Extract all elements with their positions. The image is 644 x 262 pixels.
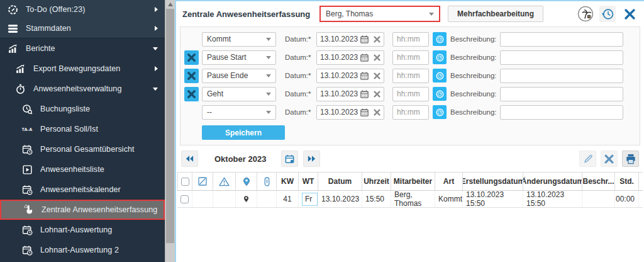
description-input[interactable]	[500, 87, 623, 101]
sidebar: To-Do (Offen:23) Stammdaten Berichte	[0, 0, 165, 262]
remove-x-icon	[187, 90, 196, 98]
save-button[interactable]: Speichern	[202, 125, 285, 140]
date-value: 13.10.2023	[320, 108, 360, 117]
time-input[interactable]	[392, 105, 429, 120]
clear-date-icon[interactable]	[374, 36, 380, 43]
sidebar-scrollbar[interactable]	[165, 0, 175, 262]
remove-row-button[interactable]	[184, 87, 199, 101]
column-header-datum[interactable]: Datum	[318, 173, 362, 190]
description-input[interactable]	[500, 105, 623, 120]
booking-type-select[interactable]: Geht	[202, 87, 276, 101]
select-all-checkbox[interactable]	[181, 178, 189, 186]
description-input[interactable]	[500, 50, 623, 65]
edit-column-icon	[197, 176, 208, 186]
date-label: Datum:*	[285, 35, 316, 43]
sidebar-item-lohnart-auswertung[interactable]: Lohnart-Auswertung	[0, 220, 165, 240]
date-input[interactable]: 13.10.2023	[316, 105, 384, 120]
date-input[interactable]: 13.10.2023	[316, 87, 384, 101]
calendar-clock-icon	[21, 224, 33, 236]
column-header-wt[interactable]: WT	[299, 173, 318, 190]
clear-date-icon[interactable]	[374, 109, 380, 116]
date-input[interactable]: 13.10.2023	[316, 69, 384, 83]
sidebar-item-stammdaten[interactable]: Stammdaten	[0, 19, 165, 38]
column-header-std[interactable]: Std.	[615, 173, 639, 190]
description-input[interactable]	[500, 69, 623, 83]
employee-select[interactable]: Berg, Thomas	[319, 6, 440, 22]
menu-bars-icon	[6, 23, 19, 34]
column-header-art[interactable]: Art	[435, 173, 463, 190]
column-header-aenderungsdatum[interactable]: Änderungsdatum	[523, 173, 582, 190]
sidebar-item-export-bewegungsdaten[interactable]: Export Bewegungsdaten	[0, 59, 165, 79]
sidebar-item-label: To-Do (Offen:23)	[26, 5, 85, 14]
set-time-button[interactable]	[433, 32, 447, 46]
palm-tree-icon	[577, 5, 594, 23]
location-column-icon	[242, 176, 251, 187]
main-panel: Zentrale Anwesenheitserfassung Berg, Tho…	[175, 0, 644, 262]
booking-type-select[interactable]: Pause Ende	[202, 69, 276, 83]
sidebar-item-personal-gesamtuebersicht[interactable]: Personal Gesamtübersicht	[0, 139, 165, 159]
calendar-clock-icon	[21, 244, 33, 256]
clock-icon	[435, 35, 445, 44]
calendar-icon[interactable]	[360, 35, 369, 44]
sidebar-item-anwesenheitsliste[interactable]: Anwesenheitsliste	[0, 159, 165, 179]
sidebar-item-berichte[interactable]: Berichte	[0, 38, 165, 59]
sidebar-item-anwesenheitsverwaltung[interactable]: Anwesenheitsverwaltung	[0, 79, 165, 99]
sidebar-item-lohnart-auswertung-2[interactable]: Lohnart-Auswertung 2	[0, 240, 165, 260]
scroll-up-icon[interactable]	[168, 3, 173, 6]
clear-date-icon[interactable]	[374, 72, 380, 79]
booking-row-geht: Geht Datum:* 13.10.2023 Beschreibung:	[184, 86, 633, 101]
sidebar-item-buchungsliste[interactable]: Buchungsliste	[0, 99, 165, 119]
clear-date-icon[interactable]	[374, 91, 380, 98]
table-row[interactable]: 41 Fr 13.10.2023 15:50 Berg, Thomas Komm…	[177, 191, 643, 208]
multi-edit-button[interactable]: Mehrfachbearbeitung	[448, 6, 543, 22]
vacation-button[interactable]	[577, 6, 594, 22]
description-input[interactable]	[500, 32, 623, 47]
print-button[interactable]	[622, 151, 639, 167]
time-input[interactable]	[392, 69, 429, 83]
date-input[interactable]: 13.10.2023	[316, 50, 384, 65]
time-input[interactable]	[392, 50, 429, 65]
set-time-button[interactable]	[433, 69, 447, 83]
sidebar-item-anwesenheitskalender[interactable]: Anwesenheitskalender	[0, 179, 165, 200]
next-month-button[interactable]	[303, 151, 320, 167]
close-button[interactable]	[621, 6, 638, 22]
booking-type-select[interactable]: Kommt	[202, 32, 276, 47]
column-header-erstellungsdatum[interactable]: Erstellungsdatum	[463, 173, 523, 190]
remove-row-button[interactable]	[184, 50, 199, 65]
set-time-button[interactable]	[433, 87, 447, 101]
history-button[interactable]	[599, 6, 616, 22]
delete-entry-button[interactable]	[601, 151, 618, 167]
column-header-uhrzeit[interactable]: Uhrzeit	[362, 173, 391, 190]
remove-row-button[interactable]	[184, 69, 199, 83]
scrollbar-thumb[interactable]	[166, 9, 174, 243]
row-checkbox[interactable]	[180, 195, 189, 203]
booking-type-select[interactable]: --	[202, 105, 276, 120]
time-input[interactable]	[392, 32, 429, 47]
date-input[interactable]: 13.10.2023	[316, 32, 384, 47]
time-input[interactable]	[392, 87, 429, 101]
calendar-icon[interactable]	[360, 71, 369, 81]
printer-icon	[625, 154, 636, 164]
sidebar-item-todo[interactable]: To-Do (Offen:23)	[0, 0, 165, 19]
set-time-button[interactable]	[433, 50, 447, 64]
date-label: Datum:*	[285, 90, 316, 98]
calendar-icon[interactable]	[360, 89, 369, 99]
pick-date-button[interactable]	[281, 151, 298, 167]
chevron-down-icon	[266, 74, 271, 77]
booking-row-empty: -- Datum:* 13.10.2023 Beschreibung:	[184, 105, 633, 120]
column-header-beschreibung[interactable]: Beschr...	[582, 173, 615, 190]
cell-wt-focused[interactable]: Fr	[302, 193, 318, 206]
clear-date-icon[interactable]	[374, 54, 380, 61]
prev-month-button[interactable]	[181, 151, 198, 167]
booking-type-value: --	[207, 108, 212, 117]
sidebar-item-personal-soll-ist[interactable]: TA-A Personal Soll/Ist	[0, 119, 165, 139]
calendar-icon[interactable]	[360, 53, 369, 62]
booking-type-select[interactable]: Pause Start	[202, 50, 276, 65]
column-header-kw[interactable]: KW	[277, 173, 299, 190]
column-header-mitarbeiter[interactable]: Mitarbeiter	[391, 173, 435, 190]
calendar-icon[interactable]	[360, 108, 369, 117]
set-time-button[interactable]	[433, 105, 447, 119]
edit-entry-button[interactable]	[579, 151, 596, 167]
sidebar-item-zentrale-anwesenheitserfassung[interactable]: Zentrale Anwesenheitserfassung	[0, 200, 165, 220]
play-square-icon	[21, 164, 33, 175]
